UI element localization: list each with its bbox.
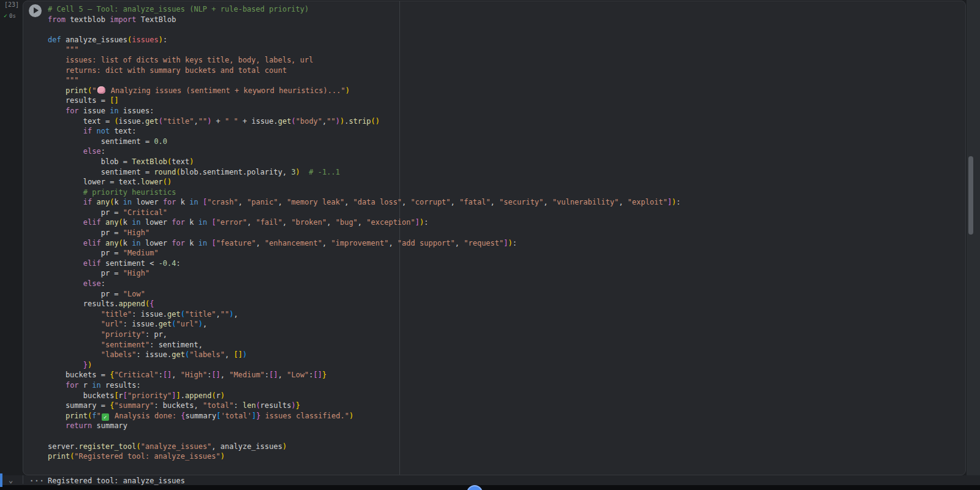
code-line: buckets = {"Critical":[], "High":[], "Me… <box>48 370 963 380</box>
code-line: elif sentiment < -0.4: <box>48 258 963 269</box>
notebook-page: { "colors": { "page_bg": "#1c1e21", "edi… <box>0 0 980 490</box>
code-line: # Cell 5 — Tool: analyze_issues (NLP + r… <box>48 4 963 15</box>
code-line: print(f" Analysis done: {summary['total'… <box>48 411 963 421</box>
code-line: server.register_tool("analyze_issues", a… <box>48 442 963 452</box>
check-emoji-icon <box>102 413 109 421</box>
code-line: lower = text.lower() <box>48 177 963 187</box>
code-line: issues: list of dicts with keys title, b… <box>48 55 963 66</box>
code-line: print(" Analyzing issues (sentiment + ke… <box>48 86 963 96</box>
code-line: text = (issue.get("title","") + " " + is… <box>48 116 963 127</box>
cell-gutter: [23] ✓0s <box>0 0 23 475</box>
code-line: for r in results: <box>48 380 963 391</box>
code-line: results.append({ <box>48 299 963 309</box>
code-line: from textblob import TextBlob <box>48 15 963 25</box>
code-line: for issue in issues: <box>48 106 963 116</box>
code-line: if any(k in lower for k in ["crash", "pa… <box>48 197 963 208</box>
code-line: """ <box>48 75 963 86</box>
output-left-separator <box>23 475 23 484</box>
output-text: Registered tool: analyze_issues <box>48 477 185 485</box>
code-line: elif any(k in lower for k in ["error", "… <box>48 217 963 228</box>
scrollbar-thumb[interactable] <box>968 156 973 235</box>
code-line: pr = "Low" <box>48 289 963 300</box>
code-line: pr = "High" <box>48 268 963 279</box>
code-line <box>48 431 963 442</box>
code-line: else: <box>48 146 963 157</box>
code-line: print("Registered tool: analyze_issues") <box>48 451 963 462</box>
code-line: blob = TextBlob(text) <box>48 157 963 167</box>
cell-output-area: ⌄ ... Registered tool: analyze_issues <box>0 475 980 485</box>
output-menu-ellipsis-icon[interactable]: ... <box>29 475 45 483</box>
scrollbar-track <box>967 0 980 475</box>
focus-indicator-bar <box>0 473 2 487</box>
code-line: sentiment = round(blob.sentiment.polarit… <box>48 167 963 178</box>
code-line: pr = "Medium" <box>48 248 963 258</box>
code-lines[interactable]: # Cell 5 — Tool: analyze_issues (NLP + r… <box>48 4 963 472</box>
code-line: "title": issue.get("title",""), <box>48 309 963 320</box>
code-line: "labels": issue.get("labels", []) <box>48 350 963 360</box>
cell-status: ✓0s <box>4 9 16 20</box>
code-line <box>48 24 963 35</box>
run-cell-button[interactable] <box>29 4 42 17</box>
code-line: return summary <box>48 421 963 431</box>
code-line: returns: dict with summary buckets and t… <box>48 66 963 76</box>
code-line: "url": issue.get("url"), <box>48 319 963 330</box>
code-line: # priority heuristics <box>48 187 963 198</box>
code-line: """ <box>48 45 963 55</box>
execution-count: [23] <box>4 1 19 9</box>
code-line: results = [] <box>48 96 963 106</box>
code-line: summary = {"summary": buckets, "total": … <box>48 401 963 411</box>
code-line: def analyze_issues(issues): <box>48 35 963 45</box>
play-icon <box>34 7 39 13</box>
code-line: if not text: <box>48 126 963 137</box>
brain-emoji-icon <box>97 86 105 94</box>
code-line: "priority": pr, <box>48 330 963 340</box>
bottom-bar <box>0 485 980 490</box>
code-line: sentiment = 0.0 <box>48 137 963 147</box>
code-line: }) <box>48 360 963 371</box>
code-line: "sentiment": sentiment, <box>48 340 963 350</box>
code-line: elif any(k in lower for k in ["feature",… <box>48 238 963 249</box>
code-line: buckets[r["priority"]].append(r) <box>48 391 963 401</box>
code-cell-editor[interactable]: # Cell 5 — Tool: analyze_issues (NLP + r… <box>23 1 966 475</box>
code-line: else: <box>48 279 963 289</box>
success-check-icon: ✓ <box>4 12 7 19</box>
code-line: pr = "High" <box>48 228 963 238</box>
collapse-output-chevron-icon[interactable]: ⌄ <box>9 476 13 484</box>
execution-time: 0s <box>9 13 16 19</box>
code-line: pr = "Critical" <box>48 208 963 218</box>
